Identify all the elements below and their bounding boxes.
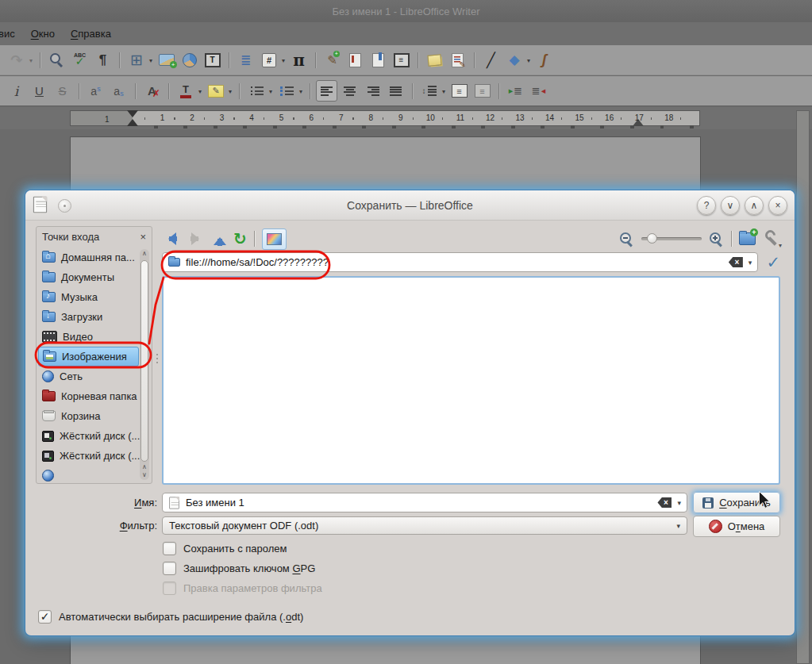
- up-icon[interactable]: [213, 232, 226, 246]
- save-with-password-checkbox[interactable]: [163, 542, 176, 555]
- insert-line-icon[interactable]: [480, 49, 502, 71]
- filter-select[interactable]: Текстовый документ ODF (.odt) ▾: [162, 516, 687, 535]
- bullet-list-icon[interactable]: [245, 80, 274, 102]
- zoom-slider[interactable]: [641, 232, 702, 245]
- numbered-list-icon[interactable]: [275, 80, 304, 102]
- places-scrollbar[interactable]: ∧ ∧ ∨: [140, 249, 149, 480]
- ruler-band[interactable]: 1 123456789101112131415161718: [70, 110, 700, 126]
- chevron-down-icon[interactable]: ▾: [677, 499, 681, 507]
- menu-item-window[interactable]: Окно: [23, 28, 63, 40]
- shade-up-button[interactable]: ∧: [745, 196, 764, 215]
- place-music[interactable]: Музыка: [38, 287, 139, 307]
- insert-comment-icon[interactable]: [424, 49, 445, 71]
- place-video[interactable]: Видео: [38, 327, 139, 347]
- place-harddisk-2[interactable]: Жёсткий диск (...: [38, 446, 139, 466]
- insert-section-icon[interactable]: [391, 49, 412, 71]
- underline-icon[interactable]: [29, 80, 50, 102]
- insert-endnote-icon[interactable]: [344, 49, 366, 71]
- toolbar-separator: [225, 49, 233, 71]
- insert-textbox-icon[interactable]: [202, 49, 223, 71]
- place-icon: [42, 292, 56, 302]
- align-center-icon[interactable]: [339, 80, 360, 102]
- insert-bookmark-icon[interactable]: [368, 49, 389, 71]
- scroll-up-icon[interactable]: ∧: [140, 251, 149, 257]
- filename-input[interactable]: Без имени 1 ▾: [162, 493, 687, 512]
- decrease-indent-icon[interactable]: [528, 80, 549, 102]
- page-break-icon[interactable]: [235, 49, 256, 71]
- find-replace-icon[interactable]: [46, 49, 67, 71]
- increase-indent-icon[interactable]: [505, 80, 526, 102]
- close-button[interactable]: ×: [768, 196, 787, 215]
- scroll-up-icon-2[interactable]: ∧: [140, 464, 149, 470]
- align-right-icon[interactable]: [362, 80, 383, 102]
- place-harddisk-1[interactable]: Жёсткий диск (...: [38, 426, 139, 446]
- document-scrollbar[interactable]: [796, 110, 810, 664]
- insert-table-icon[interactable]: [125, 49, 154, 71]
- auto-extension-checkbox[interactable]: [38, 610, 52, 624]
- shade-down-button[interactable]: ∨: [721, 196, 740, 215]
- cancel-button[interactable]: Отмена: [693, 516, 780, 537]
- highlight-color-icon[interactable]: [205, 80, 233, 102]
- italic-icon[interactable]: [6, 80, 27, 102]
- clear-text-icon[interactable]: [729, 257, 743, 267]
- insert-formula-icon[interactable]: [288, 49, 310, 71]
- place-downloads[interactable]: Загрузки: [38, 307, 139, 327]
- formatting-marks-icon[interactable]: [92, 49, 114, 71]
- location-input[interactable]: file:///home/sa/!Doc/????????? ▾: [162, 252, 758, 272]
- para-space-increase-icon[interactable]: [448, 80, 470, 102]
- save-button[interactable]: Сохранить: [693, 492, 780, 513]
- new-folder-icon[interactable]: [739, 232, 756, 245]
- toolbar-separator: [731, 231, 732, 247]
- superscript-icon[interactable]: [85, 80, 106, 102]
- zoom-in-icon[interactable]: [709, 232, 724, 247]
- place-network[interactable]: Сеть: [38, 367, 139, 386]
- clear-text-icon[interactable]: [657, 497, 672, 508]
- justify-icon[interactable]: [385, 80, 406, 102]
- font-color-icon[interactable]: [175, 80, 203, 102]
- reload-icon[interactable]: [233, 229, 247, 248]
- subscript-icon[interactable]: [108, 80, 129, 102]
- preview-toggle-icon[interactable]: [262, 228, 287, 250]
- track-changes-icon[interactable]: [447, 49, 468, 71]
- insert-image-icon[interactable]: [156, 49, 177, 71]
- options-wrench-icon[interactable]: ▾: [763, 230, 780, 248]
- scrollbar-thumb[interactable]: [140, 260, 148, 462]
- spellcheck-icon[interactable]: [69, 49, 90, 71]
- help-button[interactable]: ?: [697, 196, 716, 215]
- chevron-down-icon[interactable]: ▾: [749, 259, 752, 267]
- freeform-line-icon[interactable]: [533, 49, 555, 71]
- align-left-icon[interactable]: [316, 80, 337, 102]
- zoom-out-icon[interactable]: [619, 232, 634, 247]
- forward-icon[interactable]: [187, 232, 206, 246]
- clear-formatting-icon[interactable]: [141, 80, 163, 102]
- standard-toolbar: [0, 45, 812, 75]
- insert-field-icon[interactable]: [258, 49, 287, 71]
- auto-extension-label: Автоматически выбирать расширение файла …: [59, 611, 303, 623]
- place-icon: [43, 351, 56, 362]
- dialog-titlebar[interactable]: Сохранить — LibreOffice ? ∨ ∧ ×: [25, 190, 795, 221]
- scroll-down-icon[interactable]: ∨: [140, 472, 149, 478]
- place-home[interactable]: Домашняя па...: [38, 248, 139, 267]
- dialog-menu-button[interactable]: [58, 199, 71, 213]
- menu-item-help[interactable]: Справка: [63, 28, 119, 40]
- apply-path-icon[interactable]: [766, 253, 780, 272]
- place-root[interactable]: Корневая папка: [38, 386, 139, 406]
- menu-item-partial[interactable]: вис: [0, 28, 23, 40]
- gpg-encrypt-checkbox[interactable]: [163, 562, 176, 575]
- auto-extension-row: Автоматически выбирать расширение файла …: [38, 608, 303, 624]
- panel-splitter-handle[interactable]: [156, 354, 159, 367]
- insert-footnote-icon[interactable]: [321, 49, 343, 71]
- file-list-view[interactable]: [162, 276, 780, 485]
- place-partial[interactable]: [38, 466, 139, 482]
- para-space-decrease-icon[interactable]: [471, 80, 493, 102]
- back-icon[interactable]: [162, 232, 180, 246]
- place-images[interactable]: Изображения: [38, 347, 139, 367]
- places-close-icon[interactable]: ×: [140, 232, 146, 242]
- place-documents[interactable]: Документы: [38, 267, 139, 287]
- place-trash[interactable]: Корзина: [38, 406, 139, 426]
- strikethrough-icon[interactable]: [52, 80, 73, 102]
- redo-icon[interactable]: [6, 49, 34, 71]
- insert-chart-icon[interactable]: [179, 49, 200, 71]
- line-spacing-icon[interactable]: [418, 80, 447, 102]
- basic-shapes-icon[interactable]: [503, 49, 532, 71]
